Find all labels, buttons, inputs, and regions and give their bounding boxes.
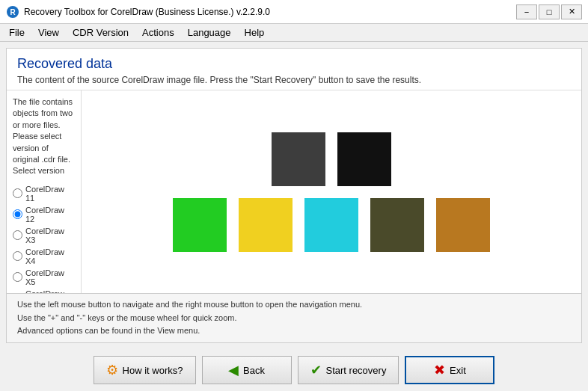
radio-label-x5: CorelDraw X5 xyxy=(25,268,75,286)
radio-label-11: CorelDraw 11 xyxy=(25,185,75,203)
window-controls: − □ ✕ xyxy=(516,4,582,19)
maximize-button[interactable]: □ xyxy=(539,4,560,19)
info-line-2: Use the "+" and "-" keys or the mouse wh… xyxy=(17,312,571,325)
check-icon: ✔ xyxy=(310,362,322,378)
swatch-black xyxy=(337,132,391,186)
sidebar-description: The file contains objects from two or mo… xyxy=(13,96,75,177)
exit-x-icon: ✖ xyxy=(434,362,445,378)
menu-view[interactable]: View xyxy=(32,25,65,40)
menu-help[interactable]: Help xyxy=(239,25,271,40)
menu-bar: File View CDR Version Actions Language H… xyxy=(0,24,588,42)
swatch-ochre xyxy=(436,198,490,252)
info-bar: Use the left mouse button to navigate an… xyxy=(7,293,581,342)
radio-input-11[interactable] xyxy=(13,188,22,198)
start-recovery-button[interactable]: ✔ Start recovery xyxy=(298,356,399,384)
back-label: Back xyxy=(243,365,265,376)
bottom-buttons: ⚙ How it works? ◀ Back ✔ Start recovery … xyxy=(0,349,588,391)
radio-coreldrawx4[interactable]: CorelDraw X4 xyxy=(13,247,75,265)
svg-text:R: R xyxy=(10,8,16,16)
radio-label-12: CorelDraw 12 xyxy=(25,206,75,224)
menu-actions[interactable]: Actions xyxy=(136,25,180,40)
swatch-olive xyxy=(370,198,424,252)
radio-label-x4: CorelDraw X4 xyxy=(25,247,75,265)
window-title: Recovery Toolbox for CorelDraw (Business… xyxy=(24,7,270,17)
radio-coreldraw11[interactable]: CorelDraw 11 xyxy=(13,185,75,203)
minimize-button[interactable]: − xyxy=(516,4,537,19)
main-body: The file contains objects from two or mo… xyxy=(7,90,581,293)
exit-button[interactable]: ✖ Exit xyxy=(405,356,494,384)
app-icon: R xyxy=(6,5,19,19)
radio-input-x4[interactable] xyxy=(13,251,22,261)
radio-input-12[interactable] xyxy=(13,209,22,219)
radio-input-x3[interactable] xyxy=(13,230,22,240)
swatch-yellow xyxy=(239,198,293,252)
start-recovery-label: Start recovery xyxy=(326,365,387,376)
menu-file[interactable]: File xyxy=(3,25,31,40)
close-button[interactable]: ✕ xyxy=(561,4,582,19)
back-button[interactable]: ◀ Back xyxy=(202,356,292,384)
radio-input-x5[interactable] xyxy=(13,272,22,282)
color-row-1 xyxy=(272,132,391,186)
recovered-title: Recovered data xyxy=(17,56,571,72)
radio-coreldraw12[interactable]: CorelDraw 12 xyxy=(13,206,75,224)
recovered-desc: The content of the source CorelDraw imag… xyxy=(17,75,571,85)
menu-cdr-version[interactable]: CDR Version xyxy=(67,25,135,40)
radio-coreldrawx5[interactable]: CorelDraw X5 xyxy=(13,268,75,286)
back-arrow-icon: ◀ xyxy=(228,362,239,378)
swatch-cyan xyxy=(304,198,358,252)
radio-coreldrawx3[interactable]: CorelDraw X3 xyxy=(13,227,75,244)
title-bar: R Recovery Toolbox for CorelDraw (Busine… xyxy=(0,0,588,24)
sidebar: The file contains objects from two or mo… xyxy=(7,90,82,293)
info-line-3: Advanced options can be found in the Vie… xyxy=(17,324,571,338)
swatch-green xyxy=(173,198,227,252)
how-it-works-label: How it works? xyxy=(123,365,183,376)
how-it-works-button[interactable]: ⚙ How it works? xyxy=(94,356,196,384)
radio-label-x3: CorelDraw X3 xyxy=(25,227,75,244)
exit-label: Exit xyxy=(450,365,466,376)
menu-language[interactable]: Language xyxy=(182,25,237,40)
content-area: Recovered data The content of the source… xyxy=(6,48,582,343)
info-line-1: Use the left mouse button to navigate an… xyxy=(17,298,571,312)
canvas-area xyxy=(82,90,581,293)
color-row-2 xyxy=(173,198,490,252)
recovered-header: Recovered data The content of the source… xyxy=(7,49,581,90)
gear-icon: ⚙ xyxy=(106,362,118,378)
swatch-dark-gray xyxy=(272,132,325,186)
